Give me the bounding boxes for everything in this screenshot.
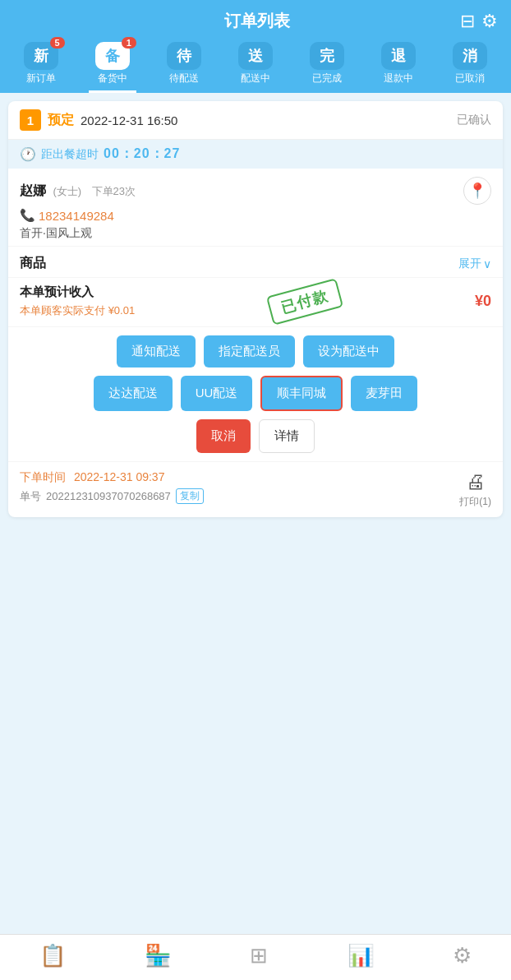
- tab-label-preparing: 备货中: [98, 72, 127, 86]
- tab-completed[interactable]: 完 已完成: [303, 39, 351, 93]
- settings-icon[interactable]: ⚙: [481, 11, 498, 32]
- action-btn-mayatian[interactable]: 麦芽田: [351, 376, 417, 411]
- customer-section: 赵娜 (女士) 下单23次 📍 📞 18234149284 首开·国风上观: [8, 169, 503, 247]
- nav-icon-settings: ⚙: [453, 943, 472, 968]
- nav-item-stats[interactable]: 📊: [348, 943, 374, 968]
- countdown-label: 距出餐超时: [41, 147, 99, 162]
- countdown-time: 00：20：27: [104, 146, 180, 163]
- tab-cancelled[interactable]: 消 已取消: [446, 39, 494, 93]
- order-header: 1 预定 2022-12-31 16:50 已确认: [8, 101, 503, 140]
- tab-new[interactable]: 新 5 新订单: [17, 39, 65, 93]
- nav-item-orders[interactable]: 📋: [39, 943, 66, 968]
- action-btn-assign-courier[interactable]: 指定配送员: [204, 335, 295, 368]
- goods-label: 商品: [20, 255, 46, 272]
- order-footer: 下单时间 2022-12-31 09:37 单号 202212310937070…: [8, 462, 503, 517]
- actual-payment: 本单顾客实际支付 ¥0.01: [20, 303, 135, 318]
- tab-badge-wrap: 退: [381, 42, 416, 70]
- customer-row: 赵娜 (女士) 下单23次 📍: [20, 177, 491, 205]
- action-btn-sf-delivery[interactable]: 顺丰同城: [260, 376, 343, 411]
- tab-badge-wrap: 待: [167, 42, 201, 70]
- nav-item-store[interactable]: 🏪: [145, 943, 171, 968]
- income-label: 本单预计收入: [20, 284, 135, 300]
- order-no-value: 202212310937070268687: [46, 490, 171, 502]
- order-datetime: 2022-12-31 16:50: [81, 113, 177, 127]
- countdown-bar: 🕐 距出餐超时 00：20：27: [8, 140, 503, 169]
- goods-section: 商品 展开 ∨: [8, 247, 503, 278]
- expand-label: 展开: [458, 257, 481, 271]
- tab-label-refund: 退款中: [384, 72, 413, 86]
- nav-icon-apps: ⊞: [250, 943, 268, 968]
- goods-row: 商品 展开 ∨: [20, 255, 491, 272]
- nav-item-apps[interactable]: ⊞: [250, 943, 268, 968]
- header-icons: ⊟ ⚙: [460, 11, 498, 32]
- action-btn-uu-delivery[interactable]: UU配送: [181, 376, 253, 411]
- header-title: 订单列表: [54, 10, 460, 32]
- tab-delivering[interactable]: 送 配送中: [232, 39, 279, 93]
- customer-gender: (女士): [53, 185, 81, 197]
- nav-icon-orders: 📋: [39, 943, 66, 968]
- print-icon: 🖨: [466, 470, 486, 493]
- tab-preparing[interactable]: 备 1 备货中: [89, 39, 136, 93]
- tab-badge-wrap: 新 5: [24, 42, 58, 70]
- tab-badge-new: 5: [50, 37, 65, 49]
- customer-address: 首开·国风上观: [20, 226, 491, 241]
- tab-badge-wrap: 备 1: [95, 42, 130, 70]
- phone-icon: 📞: [20, 208, 35, 223]
- order-time-label: 下单时间: [20, 470, 66, 483]
- chevron-down-icon: ∨: [483, 257, 491, 270]
- order-card: 1 预定 2022-12-31 16:50 已确认 🕐 距出餐超时 00：20：…: [8, 101, 503, 517]
- nav-icon-stats: 📊: [348, 943, 374, 968]
- print-label: 打印(1): [459, 495, 491, 509]
- action-btn-detail[interactable]: 详情: [259, 419, 315, 453]
- actual-label: 本单顾客实际支付: [20, 304, 105, 317]
- nav-icon-store: 🏪: [145, 943, 171, 968]
- tabs-row: 新 5 新订单 备 1 备货中 待 待配送 送 配送中 完: [0, 39, 511, 93]
- tab-refund[interactable]: 退 退款中: [375, 39, 422, 93]
- order-no-label: 单号: [20, 489, 41, 504]
- customer-info: 赵娜 (女士) 下单23次: [20, 183, 136, 200]
- actual-amount: ¥0.01: [108, 304, 136, 317]
- payment-left: 本单预计收入 本单顾客实际支付 ¥0.01: [20, 284, 135, 318]
- nav-item-settings[interactable]: ⚙: [453, 943, 472, 968]
- tab-badge-wrap: 送: [238, 42, 273, 70]
- button-row: 通知配送指定配送员设为配送中: [20, 335, 491, 368]
- order-type: 预定: [48, 112, 74, 129]
- order-time-value: 2022-12-31 09:37: [74, 470, 165, 483]
- minimize-icon[interactable]: ⊟: [460, 11, 475, 32]
- button-row: 取消详情: [20, 419, 491, 453]
- tab-label-delivering: 配送中: [241, 72, 270, 86]
- customer-name: 赵娜: [20, 183, 46, 197]
- tab-waiting[interactable]: 待 待配送: [160, 39, 208, 93]
- order-time-row: 下单时间 2022-12-31 09:37: [20, 470, 204, 485]
- order-status: 已确认: [457, 113, 491, 127]
- tab-label-new: 新订单: [26, 72, 56, 86]
- print-area[interactable]: 🖨 打印(1): [459, 470, 491, 509]
- phone-number: 18234149284: [39, 209, 114, 223]
- tab-icon-refund: 退: [381, 42, 416, 70]
- tab-badge-wrap: 消: [453, 42, 487, 70]
- expand-button[interactable]: 展开 ∨: [458, 257, 491, 271]
- tab-icon-completed: 完: [310, 42, 344, 70]
- tab-icon-delivering: 送: [238, 42, 273, 70]
- location-icon[interactable]: 📍: [463, 177, 491, 205]
- order-no-row: 单号 202212310937070268687 复制: [20, 488, 204, 504]
- copy-button[interactable]: 复制: [176, 488, 204, 504]
- tab-icon-waiting: 待: [167, 42, 201, 70]
- income-amount: ¥0: [475, 293, 491, 310]
- action-btn-notify-delivery[interactable]: 通知配送: [117, 335, 196, 368]
- action-btn-cancel[interactable]: 取消: [196, 419, 251, 453]
- action-btn-dada-delivery[interactable]: 达达配送: [94, 376, 173, 411]
- actions-section: 通知配送指定配送员设为配送中达达配送UU配送顺丰同城麦芽田取消详情: [8, 327, 503, 462]
- action-btn-set-delivering[interactable]: 设为配送中: [303, 335, 394, 368]
- bottom-nav: 📋🏪⊞📊⚙: [0, 934, 511, 980]
- customer-phone[interactable]: 📞 18234149284: [20, 208, 491, 223]
- payment-section: 本单预计收入 本单顾客实际支付 ¥0.01 已付款 ¥0: [8, 278, 503, 327]
- tab-label-waiting: 待配送: [169, 72, 199, 86]
- tab-badge-preparing: 1: [122, 37, 136, 49]
- main-content: 1 预定 2022-12-31 16:50 已确认 🕐 距出餐超时 00：20：…: [0, 93, 511, 934]
- button-row: 达达配送UU配送顺丰同城麦芽田: [20, 376, 491, 411]
- clock-icon: 🕐: [20, 146, 36, 162]
- header: 订单列表 ⊟ ⚙: [0, 0, 511, 39]
- order-number-badge: 1: [20, 109, 41, 131]
- tab-badge-wrap: 完: [310, 42, 344, 70]
